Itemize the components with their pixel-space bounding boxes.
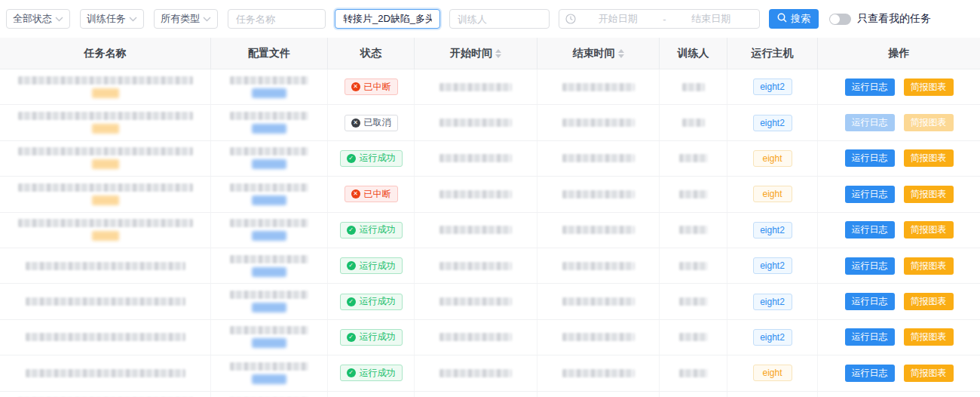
cell-start-time (415, 320, 537, 355)
cell-trainer (660, 141, 727, 176)
host-tag: eight2 (753, 115, 792, 131)
date-separator: - (660, 14, 669, 25)
redacted-config-link[interactable] (252, 267, 286, 277)
date-range-picker[interactable]: 开始日期 - 结束日期 (559, 9, 760, 29)
keyword-input[interactable] (343, 14, 432, 25)
search-button[interactable]: 搜索 (769, 9, 819, 29)
redacted-config-file (230, 291, 308, 299)
report-chart-button[interactable]: 简报图表 (904, 221, 954, 239)
header-start-time[interactable]: 开始时间 (415, 38, 537, 69)
header-config-file: 配置文件 (211, 38, 328, 69)
status-label: 已中断 (364, 81, 391, 94)
task-type-filter-select[interactable]: 训练任务 (80, 9, 144, 29)
cell-task-name (0, 141, 211, 176)
cell-start-time (415, 392, 537, 397)
run-log-button[interactable]: 运行日志 (845, 186, 895, 203)
my-tasks-toggle[interactable] (829, 14, 851, 25)
redacted-start-time (439, 190, 512, 198)
cell-end-time (537, 320, 660, 355)
cell-task-name (0, 177, 211, 211)
redacted-config-file (230, 112, 308, 120)
report-chart-button[interactable]: 简报图表 (904, 114, 954, 131)
redacted-config-link[interactable] (252, 159, 286, 169)
status-icon (351, 82, 360, 91)
cell-config-file (211, 355, 328, 390)
cell-status: 已中断 (328, 177, 415, 211)
task-name-input[interactable] (236, 14, 317, 25)
status-badge: 运行成功 (340, 365, 403, 381)
cell-start-time (415, 69, 537, 104)
cell-trainer (660, 105, 727, 140)
redacted-task-name (26, 297, 185, 306)
cell-config-file (211, 105, 328, 140)
report-chart-button[interactable]: 简报图表 (904, 149, 954, 167)
report-chart-button[interactable]: 简报图表 (904, 328, 954, 346)
redacted-task-name (18, 183, 193, 192)
cell-trainer (660, 69, 727, 104)
status-filter-select[interactable]: 全部状态 (6, 9, 70, 29)
cell-actions: 运行日志 简报图表 (818, 177, 980, 211)
run-log-button[interactable]: 运行日志 (845, 257, 895, 275)
status-label: 已中断 (364, 188, 391, 201)
cell-status: 运行成功 (328, 248, 415, 283)
redacted-config-file (230, 326, 308, 334)
tasks-table: 任务名称 配置文件 状态 开始时间 结束时间 训练人 运行主机 操作 已中断 (0, 38, 980, 397)
cell-host: eight2 (727, 392, 818, 397)
cell-actions: 运行日志 简报图表 (818, 141, 980, 176)
chevron-down-icon (129, 17, 137, 22)
cell-end-time (537, 177, 660, 211)
cell-status: 运行成功 (328, 213, 415, 248)
redacted-config-link[interactable] (252, 231, 286, 241)
keyword-input-wrap (335, 9, 440, 29)
redacted-config-link[interactable] (252, 195, 286, 205)
category-filter-value: 所有类型 (161, 12, 200, 26)
status-icon (347, 333, 356, 342)
cell-trainer (660, 248, 727, 283)
category-filter-select[interactable]: 所有类型 (154, 9, 218, 29)
redacted-trainer (679, 369, 708, 377)
run-log-button[interactable]: 运行日志 (845, 365, 895, 382)
run-log-button[interactable]: 运行日志 (845, 78, 895, 96)
redacted-task-name (18, 112, 193, 120)
sort-icon[interactable] (495, 49, 501, 58)
report-chart-button[interactable]: 简报图表 (904, 186, 954, 203)
run-log-button[interactable]: 运行日志 (845, 328, 895, 346)
redacted-config-file (230, 255, 308, 263)
redacted-config-file (230, 147, 308, 155)
trainer-input[interactable] (458, 14, 541, 25)
redacted-config-link[interactable] (252, 124, 286, 134)
run-log-button[interactable]: 运行日志 (845, 149, 895, 167)
chevron-down-icon (55, 17, 63, 22)
cell-config-file (211, 213, 328, 248)
redacted-config-link[interactable] (252, 374, 286, 384)
cell-start-time (415, 284, 537, 319)
redacted-config-link[interactable] (252, 88, 286, 98)
cell-host: eight2 (727, 213, 818, 248)
table-row: 运行成功 eight2 运行日志 简报图表 (0, 248, 980, 284)
run-log-button[interactable]: 运行日志 (845, 221, 895, 239)
cell-actions: 运行日志 简报图表 (818, 248, 980, 283)
start-date-placeholder: 开始日期 (576, 12, 660, 26)
redacted-task-name (18, 147, 193, 155)
cell-task-name (0, 355, 211, 390)
report-chart-button[interactable]: 简报图表 (904, 257, 954, 275)
status-badge: 运行成功 (340, 329, 403, 346)
redacted-start-time (439, 154, 512, 162)
status-label: 运行成功 (360, 331, 396, 343)
redacted-end-time (562, 190, 635, 198)
redacted-task-name (26, 333, 185, 341)
run-log-button[interactable]: 运行日志 (845, 293, 895, 310)
redacted-config-link[interactable] (252, 303, 286, 312)
report-chart-button[interactable]: 简报图表 (904, 293, 954, 310)
run-log-button[interactable]: 运行日志 (845, 114, 895, 131)
redacted-trainer (679, 154, 708, 162)
redacted-config-link[interactable] (252, 338, 286, 348)
cell-host: eight2 (727, 69, 818, 104)
status-badge: 已取消 (345, 115, 398, 131)
sort-icon[interactable] (618, 49, 624, 58)
cell-config-file (211, 177, 328, 211)
report-chart-button[interactable]: 简报图表 (904, 78, 954, 96)
cell-actions: 运行日志 简报图表 (818, 105, 980, 140)
report-chart-button[interactable]: 简报图表 (904, 365, 954, 382)
header-end-time[interactable]: 结束时间 (537, 38, 660, 69)
